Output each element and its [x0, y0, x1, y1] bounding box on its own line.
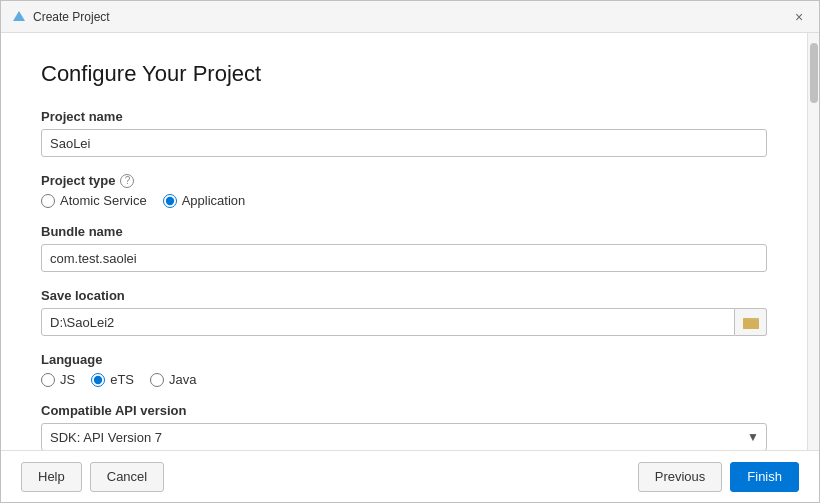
project-name-group: Project name — [41, 109, 767, 157]
browse-folder-button[interactable] — [735, 308, 767, 336]
scrollbar-thumb[interactable] — [810, 43, 818, 103]
create-project-dialog: Create Project × Configure Your Project … — [0, 0, 820, 503]
language-group: Language JS eTS Java — [41, 352, 767, 387]
bundle-name-label: Bundle name — [41, 224, 767, 239]
dialog-footer: Help Cancel Previous Finish — [1, 450, 819, 502]
api-version-select-wrapper: SDK: API Version 7 SDK: API Version 6 SD… — [41, 423, 767, 450]
main-area: Configure Your Project Project name Proj… — [1, 33, 807, 450]
ets-option[interactable]: eTS — [91, 372, 134, 387]
save-location-label: Save location — [41, 288, 767, 303]
ets-radio[interactable] — [91, 373, 105, 387]
bundle-name-input[interactable] — [41, 244, 767, 272]
dialog-content: Configure Your Project Project name Proj… — [1, 33, 819, 450]
help-button[interactable]: Help — [21, 462, 82, 492]
save-location-input[interactable] — [41, 308, 735, 336]
finish-button[interactable]: Finish — [730, 462, 799, 492]
api-version-select[interactable]: SDK: API Version 7 SDK: API Version 6 SD… — [41, 423, 767, 450]
java-radio[interactable] — [150, 373, 164, 387]
project-type-radio-group: Atomic Service Application — [41, 193, 767, 208]
application-radio[interactable] — [163, 194, 177, 208]
js-option[interactable]: JS — [41, 372, 75, 387]
project-name-label: Project name — [41, 109, 767, 124]
bundle-name-group: Bundle name — [41, 224, 767, 272]
title-bar-left: Create Project — [11, 9, 110, 25]
api-version-label: Compatible API version — [41, 403, 767, 418]
folder-icon — [743, 315, 759, 329]
project-type-group: Project type ? Atomic Service Applicatio… — [41, 173, 767, 208]
js-radio[interactable] — [41, 373, 55, 387]
scrollbar[interactable] — [807, 33, 819, 450]
save-location-group: Save location — [41, 288, 767, 336]
save-location-input-row — [41, 308, 767, 336]
footer-right-buttons: Previous Finish — [638, 462, 799, 492]
window-title: Create Project — [33, 10, 110, 24]
java-option[interactable]: Java — [150, 372, 196, 387]
language-radio-group: JS eTS Java — [41, 372, 767, 387]
cancel-button[interactable]: Cancel — [90, 462, 164, 492]
project-type-help-icon[interactable]: ? — [120, 174, 134, 188]
app-icon — [11, 9, 27, 25]
close-button[interactable]: × — [789, 7, 809, 27]
api-version-group: Compatible API version SDK: API Version … — [41, 403, 767, 450]
application-option[interactable]: Application — [163, 193, 246, 208]
project-name-input[interactable] — [41, 129, 767, 157]
footer-left-buttons: Help Cancel — [21, 462, 164, 492]
atomic-service-radio[interactable] — [41, 194, 55, 208]
previous-button[interactable]: Previous — [638, 462, 723, 492]
svg-marker-0 — [13, 11, 25, 21]
title-bar: Create Project × — [1, 1, 819, 33]
svg-rect-3 — [743, 320, 759, 329]
page-title: Configure Your Project — [41, 61, 767, 87]
language-label: Language — [41, 352, 767, 367]
atomic-service-option[interactable]: Atomic Service — [41, 193, 147, 208]
project-type-label: Project type ? — [41, 173, 767, 188]
